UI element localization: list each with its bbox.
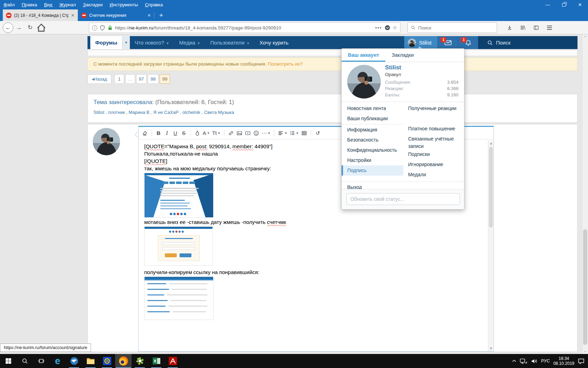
- downloads-button[interactable]: [504, 22, 515, 33]
- restore-button[interactable]: [556, 0, 572, 9]
- font-size-button[interactable]: Tt▼: [211, 129, 222, 138]
- nav-forums[interactable]: Форумы ▼: [90, 36, 130, 49]
- insert-link-button[interactable]: [227, 129, 235, 138]
- avatar[interactable]: [93, 128, 120, 155]
- https-lock-icon[interactable]: [107, 25, 113, 30]
- nav-members[interactable]: Пользователи▼: [205, 36, 255, 49]
- taskbar-edge[interactable]: e: [49, 354, 66, 368]
- minimize-button[interactable]: —: [540, 0, 556, 9]
- menu-ignoring[interactable]: Игнорирование: [408, 159, 460, 170]
- clock[interactable]: 16:34 08.10.2019: [553, 356, 574, 366]
- hamburger-menu-button[interactable]: [544, 22, 555, 33]
- post-image-thumbnail[interactable]: [144, 226, 213, 266]
- menu-reactions-received[interactable]: Полученные реакции: [408, 103, 460, 114]
- insert-table-button[interactable]: [300, 129, 308, 138]
- taskbar-app[interactable]: [99, 354, 115, 368]
- chevron-down-icon[interactable]: ▼: [122, 36, 130, 49]
- forum-search-button[interactable]: Поиск: [478, 36, 578, 49]
- menu-security[interactable]: Безопасность: [342, 135, 403, 145]
- menu-edit[interactable]: Правка: [18, 1, 41, 9]
- taskbar-search-button[interactable]: [16, 354, 33, 368]
- menu-help[interactable]: Справка: [141, 1, 166, 9]
- page-info-icon[interactable]: i: [92, 25, 97, 30]
- pagination-page[interactable]: 1: [114, 74, 124, 84]
- insert-media-button[interactable]: [244, 129, 252, 138]
- browser-search[interactable]: [407, 22, 497, 33]
- italic-button[interactable]: I: [163, 129, 171, 138]
- action-center-icon[interactable]: [578, 358, 584, 364]
- alignment-button[interactable]: ▼: [277, 129, 288, 138]
- member-link[interactable]: Stilist: [93, 110, 108, 115]
- language-indicator[interactable]: РУС: [541, 359, 550, 363]
- pagination-ellipsis[interactable]: ...: [125, 74, 135, 84]
- taskbar-firefox[interactable]: [115, 354, 132, 368]
- library-button[interactable]: [517, 22, 528, 33]
- underline-button[interactable]: U: [171, 129, 180, 138]
- url-bar[interactable]: i https://ne-kurim.ru/forum/threads/18_4…: [89, 22, 400, 33]
- tab-counter[interactable]: Счетчик некурения ✕: [78, 9, 154, 21]
- forward-button[interactable]: →: [13, 22, 24, 33]
- menu-medals[interactable]: Медали: [408, 170, 460, 180]
- editor-scrollbar[interactable]: ▲ ▼: [488, 141, 493, 351]
- menu-signature[interactable]: Подпись: [342, 165, 403, 176]
- menu-view[interactable]: Вид: [41, 1, 56, 9]
- tray-expand-icon[interactable]: [512, 360, 516, 362]
- insert-smilie-button[interactable]: [252, 129, 260, 138]
- back-button[interactable]: ←: [3, 22, 13, 33]
- more-options-button[interactable]: ⋯▼: [260, 129, 272, 138]
- tab-close-icon[interactable]: ✕: [147, 13, 151, 18]
- member-link[interactable]: Я не СаХаР: [153, 110, 182, 115]
- member-link[interactable]: Света Музыка: [204, 110, 234, 115]
- bold-button[interactable]: B: [154, 129, 163, 138]
- pocket-icon[interactable]: [385, 25, 390, 30]
- menu-file[interactable]: Файл: [0, 1, 18, 9]
- inbox-button[interactable]: 1: [438, 36, 458, 49]
- tab-close-icon[interactable]: ✕: [71, 13, 75, 18]
- volume-icon[interactable]: [531, 359, 538, 364]
- start-button[interactable]: [0, 354, 16, 368]
- nav-want-to-smoke[interactable]: Хочу курить: [255, 36, 294, 49]
- menu-your-content[interactable]: Ваши публикации: [342, 114, 403, 124]
- menu-news-feed[interactable]: Новостная лента: [342, 103, 403, 114]
- member-link[interactable]: otchelnik: [182, 110, 204, 115]
- post-image-thumbnail[interactable]: [144, 277, 214, 320]
- menu-account-upgrades[interactable]: Платное повышение: [408, 124, 460, 134]
- taskbar-file-explorer[interactable]: [82, 354, 99, 368]
- alerts-button[interactable]: 1: [458, 36, 478, 49]
- menu-privacy[interactable]: Конфиденциальность: [342, 145, 403, 155]
- account-username[interactable]: Stilist: [385, 64, 401, 71]
- home-button[interactable]: [36, 22, 47, 33]
- page-scrollbar[interactable]: ⌃ ⌄: [582, 34, 588, 354]
- taskbar-icq[interactable]: [132, 354, 148, 368]
- view-new-posts-link[interactable]: Посмотреть их?: [268, 61, 303, 67]
- nav-media[interactable]: Медиа▼: [174, 36, 205, 49]
- font-family-button[interactable]: A▼: [202, 129, 211, 138]
- pagination-back[interactable]: ◂Назад: [88, 74, 111, 84]
- menu-history[interactable]: Журнал: [56, 1, 79, 9]
- search-input[interactable]: [418, 25, 493, 30]
- task-view-button[interactable]: [33, 354, 49, 368]
- page-actions-icon[interactable]: •••: [375, 25, 382, 30]
- reload-button[interactable]: ↻: [24, 22, 36, 33]
- taskbar-adobe-reader[interactable]: [164, 354, 181, 368]
- status-update-input[interactable]: [346, 193, 460, 205]
- pagination-page[interactable]: 98: [148, 74, 158, 84]
- taskbar-thunderbird[interactable]: [66, 354, 82, 368]
- menu-bookmarks[interactable]: Закладки: [79, 1, 106, 9]
- nav-whats-new[interactable]: Что нового?▼: [130, 36, 174, 49]
- menu-account-details[interactable]: Информация: [342, 125, 403, 135]
- member-link[interactable]: Марина В: [129, 110, 153, 115]
- list-button[interactable]: ▼: [288, 129, 300, 138]
- tab-forum-thread[interactable]: (2) 18 - #18_4 Команда | Стран ✕: [3, 9, 78, 21]
- insert-image-button[interactable]: [235, 129, 244, 138]
- menu-preferences[interactable]: Настройки: [342, 155, 403, 165]
- undo-button[interactable]: ↺: [314, 129, 322, 138]
- close-button[interactable]: ✕: [572, 0, 588, 9]
- tab-bookmarks[interactable]: Закладки: [385, 49, 420, 62]
- pagination-current-page[interactable]: 99: [160, 74, 170, 84]
- post-image-thumbnail[interactable]: [144, 173, 214, 218]
- menu-tools[interactable]: Инструменты: [106, 1, 141, 9]
- pagination-page[interactable]: 97: [136, 74, 147, 84]
- new-tab-button[interactable]: +: [154, 9, 168, 21]
- tracking-shield-icon[interactable]: [100, 25, 105, 30]
